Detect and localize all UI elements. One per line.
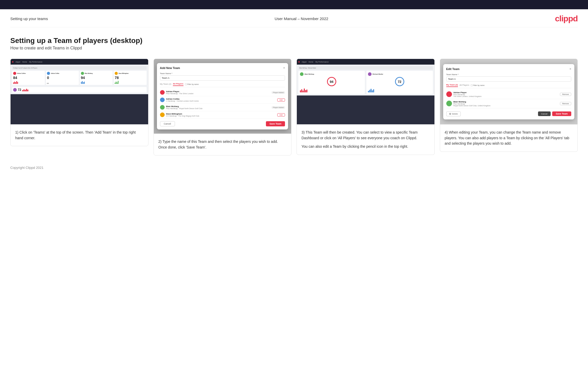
pcb-bar — [26, 89, 27, 91]
pcm-bar — [84, 82, 85, 84]
pli-add-btn-4[interactable]: Add — [277, 113, 285, 117]
ss1-content: Finding 4 out of 4 players from: All Pla… — [11, 65, 148, 94]
pcb-bar — [25, 90, 26, 91]
ss3-nav: clippd Home My Performance — [297, 59, 434, 65]
player-card-mini-4: Dave Billingham 78 — [114, 71, 146, 85]
main-content: Setting up a Team of players (desktop) H… — [0, 27, 588, 161]
dialog-cancel-button[interactable]: Cancel — [160, 121, 175, 126]
ss3-bar — [373, 89, 374, 92]
pcb-bar — [22, 90, 23, 91]
edit-tab-allplayers[interactable]: All Players — [459, 84, 469, 87]
edit-team-dialog: Edit Team × Team Name * My Team (2) All … — [443, 64, 575, 119]
header-left-text: Setting up your teams — [10, 16, 48, 21]
edit-dialog-close-icon[interactable]: × — [569, 67, 571, 71]
card-1: clippd Home My Performance Finding 4 out… — [10, 59, 148, 146]
ss3-mini-bars-1 — [300, 87, 363, 92]
pcm-bars-1 — [13, 80, 44, 84]
epr-remove-btn-1[interactable]: Remove — [560, 93, 571, 96]
epr-name-2: Blair McHarg — [453, 101, 558, 103]
dialog-footer: Cancel Save Team — [160, 121, 285, 126]
pcm-bar — [15, 82, 16, 84]
epr-detail-1b: The Shire London, United Kingdom — [453, 95, 558, 97]
pcb-avatar — [13, 88, 17, 92]
epr-remove-btn-2[interactable]: Remove — [560, 102, 571, 105]
pli-name-1: Adrian Player — [166, 90, 270, 93]
edit-save-button[interactable]: Save Team — [552, 111, 571, 116]
dialog-team-name-input[interactable] — [160, 75, 285, 81]
ss3-sub-header: Blair McHarg · Richard Butler — [298, 66, 433, 70]
pcm-bars-3 — [81, 80, 112, 84]
card-1-body: 1) Click on 'Teams' at the top of the sc… — [11, 125, 148, 146]
pcm-score-4: 78 — [115, 76, 145, 80]
pcm-name-4: Dave Billingham — [119, 73, 129, 74]
edit-footer: 🗑 Delete Cancel Save Team — [446, 111, 572, 116]
pcm-avatar-4 — [115, 72, 118, 75]
ss3-sub-text: Blair McHarg · Richard Butler — [299, 67, 316, 69]
screenshot-2: Add New Team × Team Name * My Team (2) A… — [154, 59, 291, 134]
pli-avatar-4 — [160, 112, 165, 117]
screenshot-3: clippd Home My Performance Blair McHarg … — [297, 59, 434, 125]
player-card-bottom: 72 — [12, 87, 147, 93]
edit-dialog-filter: Filter by name — [471, 84, 484, 86]
dialog-tab-myteam[interactable]: My Team (2) — [160, 83, 171, 86]
pcm-bar — [48, 83, 49, 84]
edit-player-row-2: Blair McHarg Plus Handicap Royal North D… — [446, 99, 572, 108]
edit-dialog-tabs: My Team (2) All Players Filter by name — [446, 84, 572, 88]
page-title: Setting up a Team of players (desktop) — [10, 37, 578, 45]
edit-tab-myteam[interactable]: My Team (2) — [446, 84, 458, 87]
ss1-nav-text: clippd — [15, 61, 20, 63]
dialog-tab-allplayers[interactable]: All Players — [173, 83, 183, 86]
ss3-mini-bars-2 — [368, 87, 431, 92]
edit-delete-button[interactable]: 🗑 Delete — [446, 111, 461, 116]
page-subtitle: How to create and edit Teams in Clippd — [10, 46, 578, 50]
dialog-filter-label: Filter by name — [187, 83, 199, 85]
pcm-bar — [116, 82, 116, 84]
header-center-text: User Manual – November 2022 — [275, 16, 328, 21]
pcm-avatar-2 — [47, 72, 50, 75]
dialog-save-button[interactable]: Save Team — [266, 121, 285, 126]
card-2-description: 2) Type the name of this Team and then s… — [158, 139, 287, 150]
ss3-bar — [305, 90, 306, 92]
clippd-logo: clippd — [555, 14, 578, 23]
edit-filter-label: Filter by name — [473, 84, 484, 86]
player-card-mini-1: Adrian Collins 84 — [12, 71, 45, 85]
ss3-name-1: Blair McHarg — [305, 73, 314, 75]
card-4-description: 4) When editing your Team, you can chang… — [445, 130, 573, 146]
ss1-nav-home: Home — [22, 61, 27, 63]
pcb-bar — [23, 89, 24, 91]
epr-avatar-1 — [446, 91, 452, 97]
pcm-name-2: Adrian Coliba — [51, 73, 59, 74]
pli-avatar-3 — [160, 105, 165, 110]
dialog-filter: Filter by name — [185, 83, 199, 85]
pcb-score: 72 — [18, 88, 21, 92]
card-4: Edit Team × Team Name * My Team (2) All … — [440, 59, 578, 152]
edit-filter-checkbox[interactable] — [471, 84, 473, 86]
pcb-bars — [22, 88, 145, 91]
card-3: clippd Home My Performance Blair McHarg … — [297, 59, 435, 155]
ss3-bar — [306, 90, 307, 92]
epr-detail-2b: Royal North Devon Golf Club, United King… — [453, 105, 558, 107]
card-3-body: 3) This Team will then be created. You c… — [297, 125, 434, 155]
edit-dialog-header: Edit Team × — [446, 67, 572, 71]
ss3-score-1: 94 — [327, 77, 336, 86]
edit-player-row-1: Adrian Player Plus Handicap The Shire Lo… — [446, 90, 572, 99]
ss3-content: Blair McHarg · Richard Butler Blair McHa… — [297, 65, 434, 95]
ss3-bar — [301, 89, 302, 92]
pli-add-btn-2[interactable]: Add — [277, 98, 285, 102]
dialog-close-icon[interactable]: × — [283, 66, 285, 70]
dialog-filter-checkbox[interactable] — [185, 83, 187, 85]
pli-detail-3: Plus Handicap · Royal North Devon Golf C… — [166, 108, 270, 109]
pli-info-2: Adrian Coliba 1 Handicap · Central Londo… — [166, 98, 276, 102]
ss1-nav: clippd Home My Performance — [11, 59, 148, 65]
player-list-item-1: Adrian Player Plus Handicap · The Shire … — [160, 89, 285, 96]
ss3-nav-dot — [298, 61, 300, 63]
player-card-mini-2: Adrian Coliba 0 — [46, 71, 79, 85]
dialog-team-name-label: Team Name * — [160, 72, 285, 75]
ss3-bar — [369, 90, 370, 92]
pcm-score-1: 84 — [13, 76, 44, 80]
ss3-bar — [303, 91, 304, 92]
edit-team-name-input[interactable] — [446, 76, 572, 82]
pcm-bar — [13, 82, 14, 84]
edit-cancel-button[interactable]: Cancel — [538, 111, 551, 116]
player-card-mini-3: Blair McHarg 94 — [80, 71, 113, 85]
